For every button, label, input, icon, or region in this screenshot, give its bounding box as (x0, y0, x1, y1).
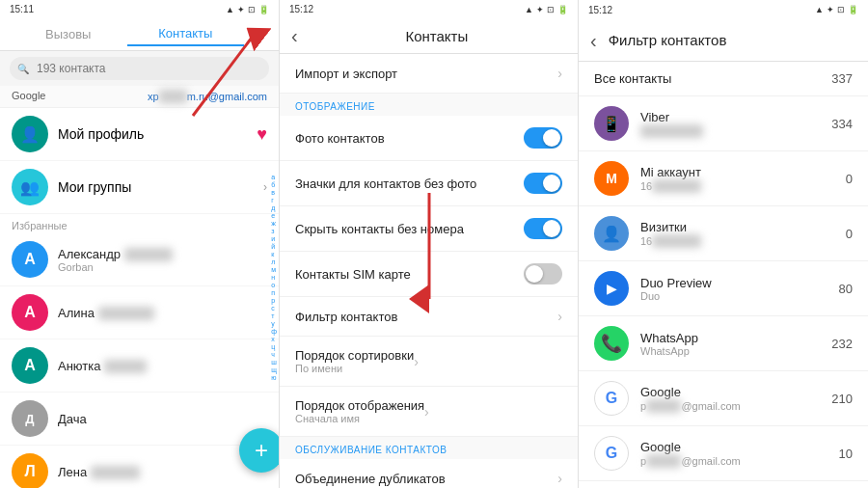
filter-item-duo[interactable]: ▶ Duo Preview Duo 80 (579, 261, 868, 316)
filter-count: 0 (846, 172, 853, 186)
filter-count: 80 (839, 282, 853, 296)
tab-bar: Вызовы Контакты ⋮ (0, 18, 279, 51)
filter-item-whatsapp[interactable]: 📞 WhatsApp WhatsApp 232 (579, 316, 868, 371)
chevron-right-icon: › (557, 471, 562, 486)
settings-item-label: Скрыть контакты без номера (295, 222, 524, 236)
contact-info: Алина ●●●●●●●● (58, 306, 154, 320)
settings-item-label: Объединение дубликатов (295, 472, 557, 486)
filter-item-viber[interactable]: 📱 Viber ●●●●●●●●● 334 (579, 96, 868, 151)
filter-item-biz[interactable]: 👤 Визитки 16●●●●●●● 0 (579, 206, 868, 261)
left-status-bar: 15:11 ▲ ✦ ⊡ 🔋 (0, 0, 279, 18)
settings-item-sim[interactable]: Контакты SIM карте (280, 252, 578, 297)
viber-icon: 📱 (594, 106, 629, 141)
filter-item-google1[interactable]: G Google p●●●●●@gmail.com 210 (579, 371, 868, 426)
left-panel: 15:11 ▲ ✦ ⊡ 🔋 Вызовы Контакты ⋮ Google x… (0, 0, 280, 488)
search-input[interactable] (10, 57, 269, 80)
heart-icon: ♥ (257, 124, 267, 145)
all-contacts-label: Все контакты (594, 71, 831, 86)
toggle-icons[interactable] (524, 173, 562, 194)
chevron-right-icon: › (414, 354, 419, 369)
filter-count: 210 (831, 392, 853, 406)
mid-panel: 15:12 ▲ ✦ ⊡ 🔋 ‹ Контакты Импорт и экспор… (280, 0, 579, 488)
filter-name: Viber ●●●●●●●●● (640, 110, 820, 138)
tab-contacts[interactable]: Контакты (127, 22, 245, 46)
right-panel: 15:12 ▲ ✦ ⊡ 🔋 ‹ Фильтр контактов Все кон… (579, 0, 868, 488)
account-row: Google xp●●●●m.ru@gmail.com (0, 86, 279, 108)
contact-info: Александр ●●●●●●● Gorban (58, 247, 173, 273)
my-groups-item[interactable]: 👥 Мои группы › (0, 161, 279, 214)
settings-item-hide[interactable]: Скрыть контакты без номера (280, 206, 578, 252)
mid-status-bar: 15:12 ▲ ✦ ⊡ 🔋 (280, 0, 578, 18)
search-wrap (10, 57, 269, 80)
my-profile-avatar: 👤 (12, 116, 48, 152)
list-item[interactable]: А Алина ●●●●●●●● (0, 286, 279, 339)
fab-add-button[interactable]: + (239, 428, 280, 473)
filter-count: 0 (846, 227, 853, 241)
favorites-label: Избранные (0, 214, 279, 233)
contact-info: Лена ●●●●●●● (58, 465, 140, 479)
settings-item-import[interactable]: Импорт и экспорт › (280, 54, 578, 94)
mid-back-button[interactable]: ‹ (291, 26, 298, 45)
filter-name: Google p●●●●●@gmail.com (640, 440, 827, 468)
settings-item-sub: Сначала имя (295, 413, 424, 424)
settings-item-label: Импорт и экспорт (295, 67, 557, 81)
contact-info: Дача (58, 412, 87, 426)
settings-item-label: Порядок отображения (295, 398, 424, 413)
settings-item-filter[interactable]: Фильтр контактов › (280, 297, 578, 337)
contact-sub: Gorban (58, 261, 173, 273)
tab-more-button[interactable]: ⋮ (244, 24, 269, 45)
settings-item-sub: По имени (295, 363, 414, 374)
right-time: 15:12 (588, 5, 612, 15)
list-item[interactable]: Д Дача (0, 393, 279, 446)
chevron-right-icon: › (557, 309, 562, 324)
contact-info: Анютка ●●●●●● (58, 359, 147, 373)
search-bar (0, 51, 279, 86)
whatsapp-icon: 📞 (594, 326, 629, 361)
toggle-photo[interactable] (524, 127, 562, 149)
avatar: А (12, 241, 48, 278)
settings-item-sort[interactable]: Порядок сортировки По имени › (280, 337, 578, 387)
right-back-button[interactable]: ‹ (590, 31, 597, 50)
all-contacts-row[interactable]: Все контакты 337 (579, 62, 868, 96)
toggle-sim[interactable] (524, 263, 562, 285)
chevron-right-icon: › (557, 66, 562, 81)
list-item[interactable]: Л Лена ●●●●●●● (0, 446, 279, 488)
duo-icon: ▶ (594, 271, 629, 306)
list-item[interactable]: А Александр ●●●●●●● Gorban (0, 233, 279, 286)
filter-count: 10 (839, 447, 853, 461)
account-email: xp●●●●m.ru@gmail.com (148, 90, 267, 103)
my-profile-item[interactable]: 👤 Мой профиль ♥ (0, 108, 279, 161)
settings-item-label: Фото контактов (295, 131, 524, 146)
list-item[interactable]: А Анютка ●●●●●● (0, 339, 279, 393)
left-status-icons: ▲ ✦ ⊡ 🔋 (226, 5, 269, 14)
filter-name: Визитки 16●●●●●●● (640, 220, 834, 248)
chevron-right-icon: › (424, 404, 429, 420)
settings-item-display-order[interactable]: Порядок отображения Сначала имя › (280, 387, 578, 437)
all-contacts-count: 337 (831, 71, 853, 86)
tab-calls[interactable]: Вызовы (10, 23, 127, 45)
right-status-bar: 15:12 ▲ ✦ ⊡ 🔋 (579, 0, 868, 19)
filter-item-google2[interactable]: G Google p●●●●●@gmail.com 10 (579, 426, 868, 481)
settings-item-label: Контакты SIM карте (295, 267, 524, 282)
settings-item-merge[interactable]: Объединение дубликатов › (280, 459, 578, 488)
settings-item-label: Порядок сортировки (295, 348, 414, 363)
filter-item-mi[interactable]: M Mi аккаунт 16●●●●●●● 0 (579, 151, 868, 206)
avatar: Д (12, 400, 48, 437)
settings-item-label: Фильтр контактов (295, 310, 557, 324)
mid-time: 15:12 (289, 4, 313, 14)
settings-item-info: Порядок отображения Сначала имя (295, 398, 424, 424)
section-display: ОТОБРАЖЕНИЕ (280, 94, 578, 116)
alphabet-bar[interactable]: а б в г д е ж з и й к л м н о п р с т у … (269, 174, 279, 381)
mid-status-icons: ▲ ✦ ⊡ 🔋 (525, 5, 568, 14)
toggle-hide[interactable] (524, 218, 562, 239)
filter-name: Mi аккаунт 16●●●●●●● (640, 165, 834, 193)
settings-item-icons[interactable]: Значки для контактов без фото (280, 161, 578, 206)
mi-icon: M (594, 161, 629, 196)
filter-count: 334 (831, 117, 853, 131)
account-provider: Google (12, 90, 45, 103)
settings-item-photo[interactable]: Фото контактов (280, 116, 578, 161)
filter-count: 232 (831, 337, 853, 351)
avatar: Л (12, 453, 48, 488)
filter-name: Duo Preview Duo (640, 276, 827, 302)
my-profile-name: Мой профиль (58, 126, 144, 142)
